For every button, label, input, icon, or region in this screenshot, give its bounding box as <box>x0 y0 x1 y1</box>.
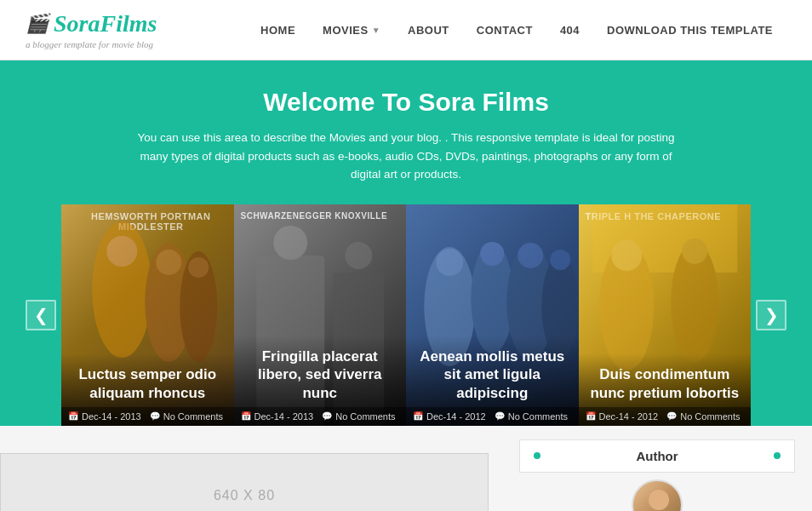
card-title: Luctus semper odio aliquam rhoncus <box>71 365 224 402</box>
movie-card[interactable]: SCHWARZENEGGER KNOXVILLE Fringilla place… <box>234 204 407 426</box>
comment-icon: 💬 <box>322 411 332 421</box>
card-title: Aenean mollis metus sit amet ligula adip… <box>416 347 569 402</box>
svg-point-17 <box>550 250 570 270</box>
cards-row: HEMSWORTH PORTMAN MIDDLESTER Luctus semp… <box>17 204 795 426</box>
card-date: 📅 Dec-14 - 2013 <box>241 411 314 422</box>
hero-title: Welcome To Sora Films <box>17 88 795 117</box>
slider-right-arrow[interactable]: ❯ <box>756 300 786 330</box>
chevron-down-icon: ▼ <box>372 26 380 35</box>
card-overlay: Fringilla placerat libero, sed viverra n… <box>234 336 407 426</box>
widget-dot-right <box>774 452 781 459</box>
svg-point-3 <box>106 236 137 267</box>
nav-404[interactable]: 404 <box>546 17 593 43</box>
bottom-section: 640 X 80 Author <box>0 426 812 511</box>
widget-title-text: Author <box>636 449 678 463</box>
calendar-icon: 📅 <box>586 411 596 421</box>
logo-subtitle: a blogger template for movie blog <box>26 39 157 49</box>
svg-point-22 <box>682 238 707 264</box>
card-comments: 💬 No Comments <box>150 411 223 422</box>
card-date: 📅 Dec-14 - 2013 <box>68 411 141 422</box>
nav-home[interactable]: HOME <box>247 17 309 43</box>
card-comments: 💬 No Comments <box>495 411 568 422</box>
svg-point-5 <box>188 257 209 278</box>
site-logo[interactable]: 🎬 SoraFilms <box>26 10 157 37</box>
card-comments: 💬 No Comments <box>322 411 395 422</box>
comment-icon: 💬 <box>150 411 160 421</box>
card-meta: 📅 Dec-14 - 2012 💬 No Comments <box>579 407 752 426</box>
card-overlay: Duis condimentum nunc pretium lobortis 📅… <box>579 353 752 426</box>
nav-download[interactable]: DOWNLOAD THIS TEMPLATE <box>593 17 786 43</box>
movie-card[interactable]: Aenean mollis metus sit amet ligula adip… <box>406 204 579 426</box>
author-avatar <box>632 479 683 511</box>
movie-card[interactable]: TRIPLE H THE CHAPERONE Duis condimentum … <box>579 204 752 426</box>
card-date: 📅 Dec-14 - 2012 <box>586 411 659 422</box>
svg-point-9 <box>345 242 372 269</box>
nav-movies[interactable]: MOVIES ▼ <box>309 17 394 43</box>
comment-icon: 💬 <box>666 411 677 421</box>
calendar-icon: 📅 <box>68 411 78 421</box>
nav-contact[interactable]: CONTACT <box>463 17 546 43</box>
card-date: 📅 Dec-14 - 2012 <box>413 411 486 422</box>
card-title: Duis condimentum nunc pretium lobortis <box>589 365 741 402</box>
slider-left-arrow[interactable]: ❮ <box>26 300 56 330</box>
calendar-icon: 📅 <box>413 411 423 421</box>
widget-dot-left <box>534 452 540 459</box>
sidebar: Author <box>502 426 812 511</box>
nav-about[interactable]: ABOUT <box>394 17 463 43</box>
ad-block: 640 X 80 <box>0 453 489 511</box>
card-overlay: Luctus semper odio aliquam rhoncus 📅 Dec… <box>61 353 234 426</box>
hero-description: You can use this area to describe the Mo… <box>134 129 678 184</box>
card-overlay: Aenean mollis metus sit amet ligula adip… <box>406 336 579 426</box>
card-meta: 📅 Dec-14 - 2013 💬 No Comments <box>61 407 234 426</box>
svg-point-16 <box>518 243 543 268</box>
calendar-icon: 📅 <box>241 411 251 421</box>
svg-point-8 <box>273 226 307 260</box>
logo-area: 🎬 SoraFilms a blogger template for movie… <box>26 10 157 49</box>
author-widget: Author <box>519 439 795 473</box>
svg-point-4 <box>156 250 181 275</box>
svg-point-14 <box>436 249 463 276</box>
card-meta: 📅 Dec-14 - 2013 💬 No Comments <box>234 407 407 426</box>
movie-card[interactable]: HEMSWORTH PORTMAN MIDDLESTER Luctus semp… <box>61 204 234 426</box>
svg-point-23 <box>649 490 669 510</box>
card-title: Fringilla placerat libero, sed viverra n… <box>244 347 397 402</box>
movie-slider: ❮ HEMSWORTH PORTMAN MIDDLESTER <box>17 204 795 426</box>
card-comments: 💬 No Comments <box>666 411 740 422</box>
main-nav: HOME MOVIES ▼ ABOUT CONTACT 404 DOWNLOAD… <box>247 17 786 43</box>
svg-point-15 <box>480 242 504 266</box>
card-meta: 📅 Dec-14 - 2012 💬 No Comments <box>406 407 579 426</box>
svg-point-21 <box>611 240 642 271</box>
comment-icon: 💬 <box>495 411 505 421</box>
site-header: 🎬 SoraFilms a blogger template for movie… <box>0 0 812 60</box>
logo-text: SoraFilms <box>54 10 157 37</box>
logo-icon: 🎬 <box>26 13 49 35</box>
hero-section: Welcome To Sora Films You can use this a… <box>0 60 812 426</box>
